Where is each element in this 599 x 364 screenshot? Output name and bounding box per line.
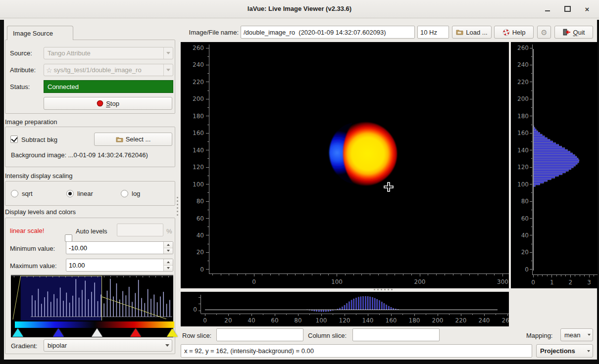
maximum-value-input[interactable] bbox=[66, 259, 163, 271]
auto-levels-checkbox[interactable] bbox=[65, 234, 72, 242]
main-image-plot[interactable]: 0204060801001201401601802002202402600100… bbox=[181, 42, 509, 288]
spin-down-icon[interactable] bbox=[164, 266, 173, 272]
svg-text:60: 60 bbox=[197, 215, 204, 222]
svg-text:100: 100 bbox=[331, 278, 343, 285]
svg-text:200: 200 bbox=[432, 317, 444, 324]
close-icon[interactable]: × bbox=[581, 4, 594, 14]
gradient-marker-yellow[interactable] bbox=[167, 328, 178, 337]
gradient-marker-cyan[interactable] bbox=[12, 328, 23, 337]
attribute-combobox[interactable]: ☆ sys/tg_test/1/double_image_ro bbox=[44, 64, 173, 76]
minimum-value-spin-buttons[interactable] bbox=[163, 242, 173, 254]
column-slice-input[interactable] bbox=[352, 328, 440, 341]
title-bar[interactable]: laVue: Live Image Viewer (v2.33.6) × bbox=[0, 0, 599, 18]
radio-linear-label: linear bbox=[77, 190, 93, 197]
settings-button[interactable]: ⚙ bbox=[537, 26, 551, 39]
exit-door-icon bbox=[563, 29, 571, 36]
minimum-value-spinbox[interactable] bbox=[66, 241, 173, 254]
image-blob bbox=[329, 122, 397, 185]
help-button[interactable]: Help bbox=[494, 26, 534, 39]
svg-text:120: 120 bbox=[339, 317, 350, 324]
svg-text:220: 220 bbox=[193, 79, 204, 86]
status-value: Connected bbox=[48, 83, 79, 91]
radio-log-circle bbox=[121, 190, 128, 197]
horizontal-projection-plot[interactable]: 0020406080100120140160180200220240260 bbox=[181, 292, 509, 326]
help-lifering-icon bbox=[502, 29, 510, 36]
minimize-icon[interactable] bbox=[541, 4, 554, 14]
radio-linear[interactable]: linear bbox=[66, 190, 93, 197]
svg-text:40: 40 bbox=[248, 317, 255, 324]
gradient-marker-blue[interactable] bbox=[53, 328, 64, 337]
load-button[interactable]: Load ... bbox=[452, 26, 492, 39]
mapping-combobox[interactable]: mean bbox=[560, 328, 593, 341]
gradient-marker-white[interactable] bbox=[92, 328, 102, 337]
svg-text:80: 80 bbox=[294, 317, 301, 324]
radio-log[interactable]: log bbox=[121, 190, 140, 197]
spin-up-icon[interactable] bbox=[164, 242, 173, 248]
tab-image-source-label: Image Source bbox=[13, 30, 53, 37]
tab-image-source[interactable]: Image Source bbox=[7, 26, 73, 40]
intensity-scaling-title: Intensity display scaling bbox=[5, 172, 73, 180]
svg-text:160: 160 bbox=[193, 130, 204, 136]
stop-button-label: Stop bbox=[106, 100, 119, 107]
quit-button-label: Quit bbox=[573, 29, 585, 36]
radio-sqrt[interactable]: sqrt bbox=[11, 190, 33, 197]
select-background-button[interactable]: Select ... bbox=[94, 133, 172, 146]
gradient-combobox[interactable]: bipolar bbox=[44, 339, 172, 352]
source-combobox[interactable]: Tango Attribute bbox=[44, 47, 173, 59]
subtract-bkg-label: Subtract bkg bbox=[21, 136, 57, 143]
levels-histogram-widget[interactable] bbox=[11, 275, 173, 337]
svg-text:0: 0 bbox=[200, 266, 204, 273]
chevron-down-icon bbox=[163, 47, 173, 59]
svg-text:60: 60 bbox=[271, 317, 278, 324]
subtract-bkg-checkbox[interactable] bbox=[10, 136, 18, 143]
projections-combobox[interactable]: Projections bbox=[536, 344, 593, 358]
svg-text:240: 240 bbox=[479, 317, 490, 324]
svg-text:100: 100 bbox=[316, 317, 327, 324]
svg-text:40: 40 bbox=[197, 232, 204, 239]
attribute-value: sys/tg_test/1/double_image_ro bbox=[54, 66, 142, 74]
maximum-value-spinbox[interactable] bbox=[66, 259, 173, 272]
gradient-value: bipolar bbox=[48, 342, 67, 349]
auto-levels-percent-input[interactable] bbox=[117, 224, 163, 236]
percent-suffix: % bbox=[166, 228, 172, 235]
row-slice-label: Row slice: bbox=[182, 332, 211, 339]
svg-text:20: 20 bbox=[224, 317, 232, 324]
column-slice-label: Column slice: bbox=[308, 332, 347, 339]
file-name-input[interactable] bbox=[241, 26, 415, 39]
svg-text:100: 100 bbox=[517, 181, 529, 188]
window-bottom-edge bbox=[0, 360, 599, 364]
spin-down-icon[interactable] bbox=[164, 248, 173, 254]
chevron-down-icon[interactable] bbox=[163, 64, 173, 76]
levels-histogram-plot[interactable] bbox=[11, 275, 173, 320]
svg-text:180: 180 bbox=[193, 113, 204, 120]
quit-button[interactable]: Quit bbox=[554, 26, 593, 39]
svg-text:40: 40 bbox=[521, 232, 529, 239]
refresh-rate-field[interactable] bbox=[417, 26, 449, 39]
horizontal-splitter-handle[interactable] bbox=[374, 289, 393, 290]
svg-text:260: 260 bbox=[502, 317, 509, 324]
background-image-text: Background image: ...0-01-09 14:30:24.76… bbox=[11, 151, 148, 159]
mapping-label: Mapping: bbox=[526, 332, 552, 339]
spin-up-icon[interactable] bbox=[164, 259, 173, 266]
svg-text:0: 0 bbox=[252, 278, 256, 285]
gradient-bar bbox=[15, 321, 174, 328]
svg-text:2: 2 bbox=[569, 279, 573, 286]
svg-text:200: 200 bbox=[414, 278, 426, 285]
svg-text:3: 3 bbox=[587, 279, 591, 286]
maximum-value-spin-buttons[interactable] bbox=[163, 259, 173, 271]
status-label: Status: bbox=[10, 83, 30, 91]
gradient-marker-red[interactable] bbox=[130, 328, 141, 337]
radio-sqrt-label: sqrt bbox=[22, 190, 33, 197]
svg-text:200: 200 bbox=[193, 95, 204, 102]
minimum-value-input[interactable] bbox=[66, 242, 163, 254]
window-title: laVue: Live Image Viewer (v2.33.6) bbox=[0, 0, 599, 18]
radio-sqrt-circle bbox=[11, 190, 18, 197]
stop-button[interactable]: Stop bbox=[44, 97, 172, 110]
maximize-icon[interactable] bbox=[561, 4, 574, 14]
row-slice-input[interactable] bbox=[216, 328, 303, 341]
vertical-projection-plot[interactable]: 0204060801001201401601802002202402600123 bbox=[511, 42, 598, 288]
gear-icon: ⚙ bbox=[541, 29, 547, 36]
attribute-label: Attribute: bbox=[10, 66, 36, 74]
app-window: laVue: Live Image Viewer (v2.33.6) × Ima… bbox=[0, 0, 599, 364]
vertical-splitter-handle[interactable] bbox=[177, 197, 178, 216]
